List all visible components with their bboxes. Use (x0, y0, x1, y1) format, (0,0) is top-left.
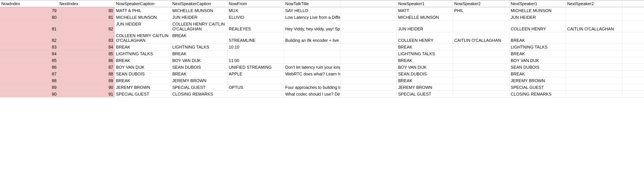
cell-NowFrom[interactable] (228, 50, 284, 57)
cell-NowSpeaker1[interactable]: MICHELLE MUNSON (397, 14, 453, 21)
cell-NextSpeaker2[interactable] (566, 71, 622, 77)
cell-NowTalkTitle[interactable]: Building an 8k encoder + live strea (284, 32, 340, 44)
cell-tail[interactable] (622, 32, 644, 44)
cell-NextSpeaker1[interactable]: COLLEEN HENRY (509, 21, 566, 32)
spreadsheet-table[interactable]: NowIndexNextIndexNowSpeakerCaptionNextSp… (0, 0, 644, 97)
column-header[interactable]: NowFrom (228, 0, 284, 7)
cell-NextSpeakerCaption[interactable]: SPECIAL GUEST (171, 84, 228, 91)
cell-blank[interactable] (340, 50, 397, 57)
cell-NowIndex[interactable]: 88 (0, 77, 58, 84)
cell-NowFrom[interactable] (228, 77, 284, 84)
cell-NextIndex[interactable]: 83 (58, 32, 115, 44)
column-header[interactable]: NowTalkTitle (284, 0, 340, 7)
cell-NowSpeaker1[interactable]: COLLEEN HENRY (397, 32, 453, 44)
cell-NextSpeaker1[interactable]: JUN HEIDER (509, 14, 566, 21)
cell-NextSpeakerCaption[interactable]: BREAK (171, 50, 228, 57)
cell-NowSpeaker1[interactable]: SPECIAL GUEST (397, 91, 453, 97)
cell-NowTalkTitle[interactable]: SAY HELLO (284, 7, 340, 14)
cell-NextSpeaker2[interactable] (566, 57, 622, 64)
cell-NowIndex[interactable]: 90 (0, 91, 58, 97)
cell-NextSpeaker2[interactable] (566, 91, 622, 97)
cell-NowSpeakerCaption[interactable]: COLLEEN HENRY CAITLIN O'CALLAGHAN (115, 32, 171, 44)
cell-NowSpeaker2[interactable] (453, 91, 510, 97)
cell-NowSpeaker2[interactable] (453, 71, 510, 77)
cell-NowIndex[interactable]: 80 (0, 14, 58, 21)
cell-NextSpeakerCaption[interactable]: MICHELLE MUNSON (171, 7, 228, 14)
cell-tail[interactable] (622, 91, 644, 97)
cell-NowSpeaker2[interactable] (453, 77, 510, 84)
column-header[interactable]: NextSpeaker2 (566, 0, 622, 7)
cell-NowIndex[interactable]: 85 (0, 57, 58, 64)
cell-NextSpeaker1[interactable]: LIGHTNING TALKS (509, 44, 566, 50)
cell-blank[interactable] (340, 64, 397, 71)
cell-NowIndex[interactable]: 87 (0, 71, 58, 77)
cell-NextSpeakerCaption[interactable]: JEREMY BROWN (171, 77, 228, 84)
cell-NextSpeakerCaption[interactable]: JUN HEIDER (171, 14, 228, 21)
cell-NextSpeakerCaption[interactable]: LIGHTNING TALKS (171, 44, 228, 50)
cell-blank[interactable] (340, 44, 397, 50)
cell-NowIndex[interactable]: 81 (0, 21, 58, 32)
cell-NextSpeaker1[interactable]: MICHELLE MUNSON (509, 7, 566, 14)
column-header[interactable] (622, 0, 644, 7)
cell-NowFrom[interactable]: ELUVIO (228, 14, 284, 21)
cell-NowTalkTitle[interactable] (284, 77, 340, 84)
cell-NextIndex[interactable]: 81 (58, 14, 115, 21)
cell-tail[interactable] (622, 84, 644, 91)
cell-tail[interactable] (622, 50, 644, 57)
cell-blank[interactable] (340, 57, 397, 64)
cell-NextSpeakerCaption[interactable]: BOY VAN DIJK (171, 57, 228, 64)
cell-NowSpeakerCaption[interactable]: MICHELLE MUNSON (115, 14, 171, 21)
cell-NowTalkTitle[interactable]: Hey Viddy, hey viddy, yay! Speak l (284, 21, 340, 32)
cell-NextSpeaker2[interactable] (566, 14, 622, 21)
cell-NowSpeaker1[interactable]: SEAN DUBOIS (397, 71, 453, 77)
cell-NowIndex[interactable]: 79 (0, 7, 58, 14)
cell-NextIndex[interactable]: 91 (58, 91, 115, 97)
cell-NowSpeakerCaption[interactable]: BREAK (115, 57, 171, 64)
cell-NowSpeaker1[interactable]: JEREMY BROWN (397, 84, 453, 91)
cell-NowIndex[interactable]: 86 (0, 64, 58, 71)
cell-NowTalkTitle[interactable]: What codec should I use? Demuxe (284, 91, 340, 97)
cell-NextSpeaker1[interactable]: BREAK (509, 32, 566, 44)
cell-NowFrom[interactable] (228, 91, 284, 97)
column-header[interactable]: NowSpeaker2 (453, 0, 510, 7)
cell-NowSpeaker1[interactable]: BREAK (397, 77, 453, 84)
column-header[interactable]: NowSpeaker1 (397, 0, 453, 7)
cell-NowTalkTitle[interactable] (284, 44, 340, 50)
cell-NextIndex[interactable]: 88 (58, 71, 115, 77)
cell-NextSpeaker1[interactable]: BREAK (509, 50, 566, 57)
cell-NextSpeaker1[interactable]: BREAK (509, 71, 566, 77)
cell-NowSpeaker2[interactable] (453, 50, 510, 57)
column-header[interactable]: NowSpeakerCaption (115, 0, 171, 7)
cell-NowTalkTitle[interactable]: Four approaches to building trick v (284, 84, 340, 91)
cell-NextIndex[interactable]: 82 (58, 21, 115, 32)
cell-NextSpeaker2[interactable] (566, 84, 622, 91)
cell-NextSpeakerCaption[interactable]: BREAK (171, 32, 228, 44)
cell-blank[interactable] (340, 71, 397, 77)
cell-NowSpeaker2[interactable] (453, 44, 510, 50)
cell-NowSpeakerCaption[interactable]: LIGHTNING TALKS (115, 50, 171, 57)
cell-NextIndex[interactable]: 86 (58, 57, 115, 64)
cell-blank[interactable] (340, 84, 397, 91)
cell-blank[interactable] (340, 32, 397, 44)
cell-NextSpeakerCaption[interactable]: CLOSING REMARKS (171, 91, 228, 97)
cell-NextSpeaker1[interactable]: SPECIAL GUEST (509, 84, 566, 91)
cell-NowSpeaker2[interactable]: CAITLIN O'CALLAGHAN (453, 32, 510, 44)
cell-NextSpeaker2[interactable] (566, 77, 622, 84)
cell-NowSpeaker1[interactable]: BREAK (397, 44, 453, 50)
cell-NowFrom[interactable]: 10:10 (228, 44, 284, 50)
cell-NowSpeakerCaption[interactable]: SEAN DUBOIS (115, 71, 171, 77)
cell-NowSpeakerCaption[interactable]: JUN HEIDER (115, 21, 171, 32)
cell-NextIndex[interactable]: 89 (58, 77, 115, 84)
cell-blank[interactable] (340, 7, 397, 14)
cell-NowTalkTitle[interactable] (284, 50, 340, 57)
cell-NowSpeaker1[interactable]: LIGHTNING TALKS (397, 50, 453, 57)
cell-NowSpeakerCaption[interactable]: BOY VAN DIJK (115, 64, 171, 71)
cell-blank[interactable] (340, 21, 397, 32)
cell-NextSpeaker2[interactable] (566, 32, 622, 44)
cell-NextSpeaker1[interactable]: SEAN DUBOIS (509, 64, 566, 71)
column-header[interactable] (340, 0, 397, 7)
cell-tail[interactable] (622, 7, 644, 14)
cell-NowSpeakerCaption[interactable]: BREAK (115, 77, 171, 84)
cell-NowFrom[interactable]: APPLE (228, 71, 284, 77)
cell-NowSpeaker2[interactable]: PHIL (453, 7, 510, 14)
